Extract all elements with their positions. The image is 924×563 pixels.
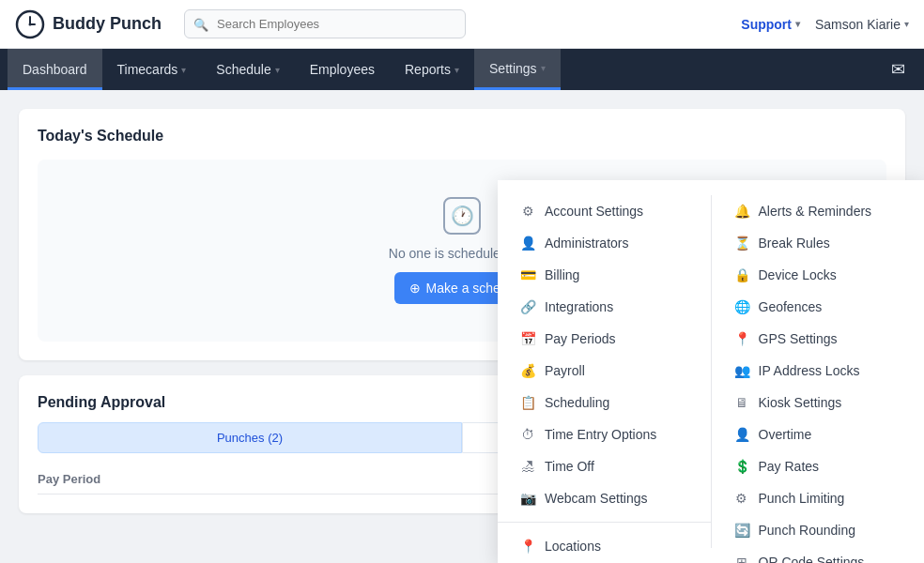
- pay-rates-icon: 💲: [734, 459, 749, 474]
- dropdown-item-account-settings[interactable]: ⚙ Account Settings: [498, 195, 711, 227]
- dropdown-right-col: 🔔 Alerts & Reminders ⏳ Break Rules 🔒 Dev…: [712, 180, 925, 563]
- qr-code-icon: ⊞: [734, 555, 749, 563]
- dropdown-item-payroll[interactable]: 💰 Payroll: [498, 355, 711, 387]
- billing-icon: 💳: [520, 267, 535, 282]
- tab-punches[interactable]: Punches (2): [38, 422, 462, 453]
- search-icon: 🔍: [193, 17, 208, 31]
- geofences-icon: 🌐: [734, 299, 749, 314]
- col-pay-period: Pay Period: [38, 472, 100, 486]
- nav-item-schedule[interactable]: Schedule ▾: [201, 49, 294, 90]
- support-chevron-icon: ▾: [795, 19, 800, 29]
- logo: Buddy Punch: [15, 9, 162, 39]
- dropdown-item-break-rules[interactable]: ⏳ Break Rules: [712, 227, 925, 259]
- account-settings-icon: ⚙: [520, 204, 535, 219]
- alerts-icon: 🔔: [734, 204, 749, 219]
- schedule-chevron-icon: ▾: [275, 65, 280, 75]
- mail-icon: ✉: [891, 59, 905, 80]
- mail-icon-wrap[interactable]: ✉: [880, 49, 916, 90]
- dropdown-left-col: ⚙ Account Settings 👤 Administrators 💳 Bi…: [498, 180, 711, 563]
- kiosk-icon: 🖥: [734, 395, 749, 410]
- timecards-chevron-icon: ▾: [181, 65, 186, 75]
- device-locks-icon: 🔒: [734, 267, 749, 282]
- payroll-icon: 💰: [520, 363, 535, 378]
- dropdown-item-scheduling[interactable]: 📋 Scheduling: [498, 387, 711, 418]
- logo-text: Buddy Punch: [53, 14, 162, 34]
- dropdown-item-webcam-settings[interactable]: 📷 Webcam Settings: [498, 482, 711, 514]
- logo-icon: [15, 9, 45, 39]
- dropdown-item-administrators[interactable]: 👤 Administrators: [498, 227, 711, 259]
- settings-dropdown: ⚙ Account Settings 👤 Administrators 💳 Bi…: [498, 180, 924, 563]
- gps-icon: 📍: [734, 331, 749, 346]
- dropdown-item-time-off[interactable]: 🏖 Time Off: [498, 450, 711, 482]
- nav-bar: Dashboard Timecards ▾ Schedule ▾ Employe…: [0, 49, 924, 90]
- dropdown-item-locations[interactable]: 📍 Locations: [498, 530, 711, 562]
- dropdown-item-punch-limiting[interactable]: ⚙ Punch Limiting: [712, 482, 925, 514]
- dropdown-item-ip-address-locks[interactable]: 👥 IP Address Locks: [712, 355, 925, 387]
- dropdown-item-pay-rates[interactable]: 💲 Pay Rates: [712, 450, 925, 482]
- dropdown-item-gps-settings[interactable]: 📍 GPS Settings: [712, 323, 925, 355]
- dropdown-item-billing[interactable]: 💳 Billing: [498, 259, 711, 291]
- dropdown-item-geofences[interactable]: 🌐 Geofences: [712, 291, 925, 323]
- administrators-icon: 👤: [520, 236, 535, 251]
- scheduling-icon: 📋: [520, 395, 535, 410]
- integrations-icon: 🔗: [520, 299, 535, 314]
- overtime-icon: 👤: [734, 427, 749, 442]
- top-bar: Buddy Punch 🔍 Support ▾ Samson Kiarie ▾: [0, 0, 924, 49]
- dropdown-item-alerts-reminders[interactable]: 🔔 Alerts & Reminders: [712, 195, 925, 227]
- time-off-icon: 🏖: [520, 459, 535, 474]
- support-button[interactable]: Support ▾: [741, 17, 800, 32]
- nav-item-dashboard[interactable]: Dashboard: [8, 49, 102, 90]
- time-entry-icon: ⏱: [520, 427, 535, 442]
- ip-locks-icon: 👥: [734, 363, 749, 378]
- reports-chevron-icon: ▾: [454, 65, 459, 75]
- dropdown-item-kiosk-settings[interactable]: 🖥 Kiosk Settings: [712, 387, 925, 418]
- dropdown-item-device-locks[interactable]: 🔒 Device Locks: [712, 259, 925, 291]
- nav-item-timecards[interactable]: Timecards ▾: [102, 49, 202, 90]
- svg-point-3: [29, 23, 32, 25]
- user-menu-button[interactable]: Samson Kiarie ▾: [815, 17, 909, 32]
- dropdown-item-time-entry-options[interactable]: ⏱ Time Entry Options: [498, 418, 711, 450]
- nav-item-settings[interactable]: Settings ▾: [474, 49, 561, 90]
- dropdown-item-qr-code-settings[interactable]: ⊞ QR Code Settings: [712, 546, 925, 563]
- user-chevron-icon: ▾: [904, 19, 909, 29]
- nav-item-employees[interactable]: Employees: [295, 49, 390, 90]
- search-input[interactable]: [184, 9, 466, 38]
- dropdown-item-integrations[interactable]: 🔗 Integrations: [498, 291, 711, 323]
- schedule-card-title: Today's Schedule: [38, 128, 886, 145]
- locations-icon: 📍: [520, 539, 535, 554]
- settings-chevron-icon: ▾: [541, 63, 546, 73]
- dropdown-item-punch-rounding[interactable]: 🔄 Punch Rounding: [712, 514, 925, 546]
- dropdown-divider-left: [498, 522, 711, 523]
- search-box[interactable]: 🔍: [184, 9, 466, 38]
- dropdown-item-pay-periods[interactable]: 📅 Pay Periods: [498, 323, 711, 355]
- clock-icon: 🕐: [443, 197, 481, 235]
- nav-item-reports[interactable]: Reports ▾: [390, 49, 474, 90]
- webcam-icon: 📷: [520, 491, 535, 506]
- break-rules-icon: ⏳: [734, 236, 749, 251]
- dropdown-item-overtime[interactable]: 👤 Overtime: [712, 418, 925, 450]
- top-right-actions: Support ▾ Samson Kiarie ▾: [741, 17, 909, 32]
- pay-periods-icon: 📅: [520, 331, 535, 346]
- make-schedule-icon: ⊕: [409, 281, 421, 296]
- punch-rounding-icon: 🔄: [734, 523, 749, 538]
- punch-limiting-icon: ⚙: [734, 491, 749, 506]
